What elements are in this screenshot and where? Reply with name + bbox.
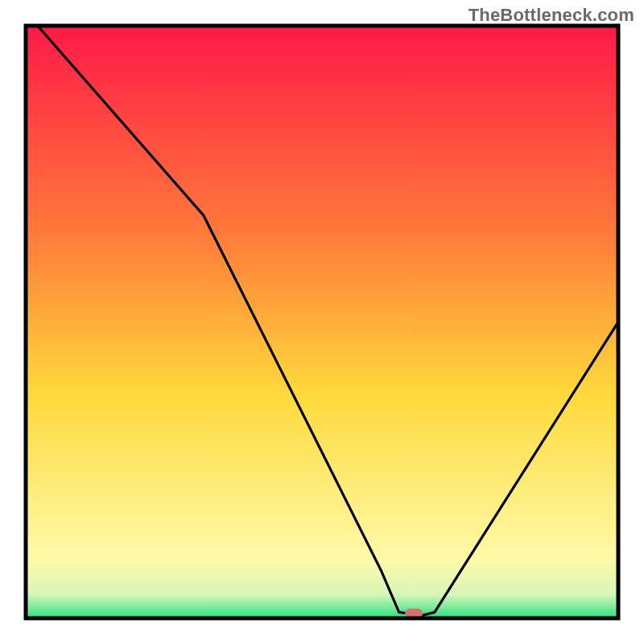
bottleneck-chart: TheBottleneck.com [0, 0, 644, 644]
chart-svg [0, 0, 644, 644]
watermark-text: TheBottleneck.com [469, 5, 634, 26]
